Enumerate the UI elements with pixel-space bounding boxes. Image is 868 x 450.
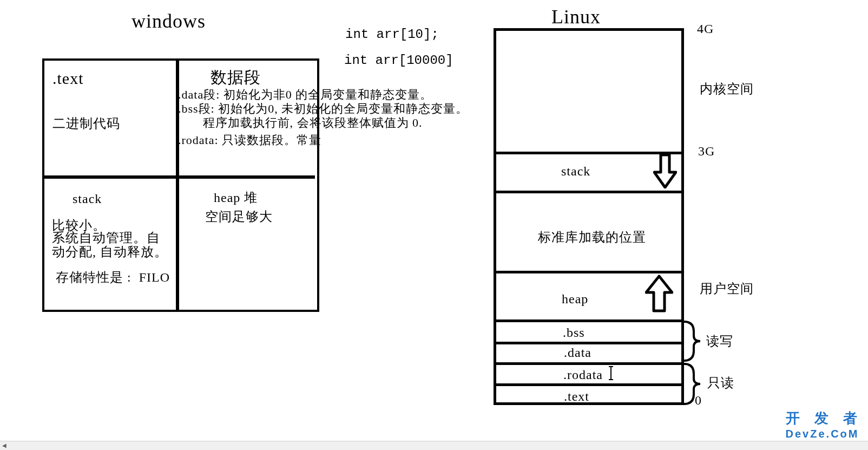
code-arr-small: int arr[10]; bbox=[345, 27, 439, 42]
linux-kernel-label: 内核空间 bbox=[700, 80, 754, 97]
brace-ro-icon bbox=[683, 363, 701, 405]
win-stack-title: stack bbox=[73, 192, 102, 206]
text-cursor-icon bbox=[610, 367, 611, 379]
win-text-desc: 二进制代码 bbox=[52, 115, 120, 132]
linux-lib: 标准库加载的位置 bbox=[538, 229, 646, 246]
linux-div-heap-bottom bbox=[494, 319, 684, 322]
windows-title: windows bbox=[131, 10, 206, 32]
code-arr-big: int arr[10000] bbox=[344, 53, 453, 68]
win-stack-desc3: 存储特性是 : FILO bbox=[56, 269, 170, 286]
win-stack-desc2: 系统自动管理。自动分配, 自动释放。 bbox=[52, 231, 171, 259]
linux-data: .data bbox=[564, 345, 591, 360]
linux-div-lib-bottom bbox=[494, 271, 684, 273]
win-heap-title: heap 堆 bbox=[214, 189, 258, 206]
linux-stack: stack bbox=[561, 164, 590, 179]
scroll-left-icon[interactable]: ◀ bbox=[0, 441, 9, 450]
linux-ro-label: 只读 bbox=[707, 374, 734, 392]
linux-title: Linux bbox=[551, 5, 601, 28]
watermark-sub: DevZe.CoM bbox=[786, 428, 863, 440]
watermark-top: 开 发 者 bbox=[786, 410, 863, 426]
watermark: 开 发 者 DevZe.CoM bbox=[786, 409, 863, 440]
brace-rw-icon bbox=[683, 321, 701, 362]
win-dataseg-line3: 程序加载执行前, 会将该段整体赋值为 0. bbox=[178, 115, 423, 131]
linux-addr-4g: 4G bbox=[697, 22, 714, 36]
win-text-title: .text bbox=[52, 69, 84, 88]
win-dataseg-title: 数据段 bbox=[211, 67, 261, 89]
linux-text: .text bbox=[564, 389, 589, 404]
linux-heap: heap bbox=[562, 292, 588, 306]
linux-rodata: .rodata bbox=[563, 368, 603, 382]
arrow-down-icon bbox=[653, 154, 677, 188]
linux-bss: .bss bbox=[563, 325, 585, 340]
linux-div-rodata-bottom bbox=[494, 383, 684, 386]
horizontal-scrollbar[interactable]: ◀ bbox=[0, 441, 868, 450]
win-dataseg-line4: .rodata: 只读数据段。常量 bbox=[178, 132, 321, 148]
linux-rw-label: 读写 bbox=[706, 332, 733, 350]
linux-addr-3g: 3G bbox=[698, 144, 715, 159]
arrow-up-icon bbox=[645, 274, 673, 313]
linux-div-bss-bottom bbox=[494, 342, 684, 344]
win-heap-desc: 空间足够大 bbox=[205, 208, 273, 225]
linux-div-data-bottom bbox=[494, 362, 684, 365]
diagram-canvas: windows Linux int arr[10]; int arr[10000… bbox=[0, 0, 868, 450]
linux-user-label: 用户空间 bbox=[700, 280, 754, 297]
linux-div-stack-bottom bbox=[494, 191, 684, 193]
